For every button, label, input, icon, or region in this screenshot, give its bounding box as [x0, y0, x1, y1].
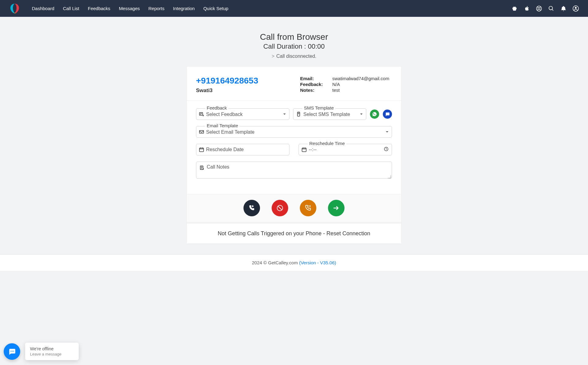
form-row-1: Feedback Select Feedback SMS Template Se…	[196, 108, 392, 120]
whatsapp-button[interactable]	[370, 110, 379, 119]
email-template-label: Email Template	[205, 123, 239, 128]
call-notes-field	[196, 162, 392, 179]
form-row-4	[196, 162, 392, 179]
search-icon[interactable]	[548, 6, 554, 12]
apple-icon[interactable]	[524, 6, 530, 12]
logo	[9, 3, 20, 14]
bell-icon[interactable]	[560, 6, 567, 12]
android-icon[interactable]	[511, 6, 518, 12]
nav-quick-setup[interactable]: Quick Setup	[203, 6, 228, 11]
user-icon[interactable]	[573, 6, 579, 12]
info-email-value: swatimalwad74@gmail.com	[332, 76, 389, 81]
footer-version[interactable]: (Version - V35.06)	[299, 260, 336, 265]
reschedule-date-input[interactable]	[206, 144, 289, 155]
page-status-text: Call disconnected.	[276, 54, 316, 59]
info-notes-value: test	[332, 88, 340, 93]
nav-dashboard[interactable]: Dashboard	[32, 6, 54, 11]
info-feedback-label: Feedback:	[300, 82, 332, 87]
nav-right	[511, 6, 579, 12]
info-notes-label: Notes:	[300, 88, 332, 93]
svg-rect-4	[199, 113, 203, 115]
form-row-2: Email Template Select Email Template	[196, 126, 392, 138]
dnd-button[interactable]	[272, 200, 288, 216]
nav-call-list[interactable]: Call List	[63, 6, 79, 11]
svg-rect-6	[199, 131, 204, 133]
info-feedback: Feedback: N/A	[300, 82, 392, 87]
notes-icon	[199, 165, 205, 171]
feedback-icon	[199, 111, 204, 117]
hold-button[interactable]	[300, 200, 316, 216]
reschedule-time-field: Reschedule Time	[299, 144, 392, 155]
nav-left: Dashboard Call List Feedbacks Messages R…	[9, 3, 228, 14]
card-header: +919164928653 Swati3 Email: swatimalwad7…	[187, 67, 401, 101]
call-card: +919164928653 Swati3 Email: swatimalwad7…	[187, 67, 401, 244]
contact-phone[interactable]: +919164928653	[196, 76, 300, 86]
svg-point-1	[538, 7, 540, 9]
page-status: >Call disconnected.	[0, 54, 588, 59]
next-button[interactable]	[328, 200, 345, 216]
reset-bar[interactable]: Not Getting Calls Triggered on your Phon…	[187, 222, 401, 244]
form-row-3: Reschedule Time	[196, 144, 392, 155]
feedback-field: Feedback Select Feedback	[196, 108, 289, 120]
page-subtitle: Call Duration : 00:00	[0, 43, 588, 50]
nav-integration[interactable]: Integration	[173, 6, 195, 11]
resize-handle-icon[interactable]	[387, 174, 391, 178]
page-title: Call from Browser	[0, 32, 588, 42]
call-notes-input[interactable]	[207, 164, 389, 176]
nav-reports[interactable]: Reports	[149, 6, 165, 11]
email-template-field: Email Template Select Email Template	[196, 126, 392, 138]
info-feedback-value: N/A	[332, 82, 340, 87]
info-notes: Notes: test	[300, 88, 392, 93]
calendar-icon	[301, 147, 307, 152]
email-icon	[199, 129, 204, 135]
nav-feedbacks[interactable]: Feedbacks	[88, 6, 110, 11]
sms-label: SMS Template	[302, 105, 335, 110]
svg-rect-8	[302, 148, 306, 152]
svg-point-3	[575, 7, 577, 9]
redial-button[interactable]	[243, 200, 260, 216]
footer: 2024 © GetCalley.com (Version - V35.06)	[0, 254, 588, 271]
reschedule-date-field	[196, 144, 289, 155]
sms-field: SMS Template Select SMS Template	[293, 108, 366, 120]
svg-rect-7	[199, 148, 204, 152]
card-body: Feedback Select Feedback SMS Template Se…	[187, 101, 401, 194]
nav-messages[interactable]: Messages	[119, 6, 140, 11]
sms-icon	[296, 111, 301, 117]
card-header-left: +919164928653 Swati3	[196, 76, 300, 94]
page-header: Call from Browser Call Duration : 00:00 …	[0, 32, 588, 59]
card-header-right: Email: swatimalwad74@gmail.com Feedback:…	[300, 76, 392, 94]
info-email: Email: swatimalwad74@gmail.com	[300, 76, 392, 81]
navbar: Dashboard Call List Feedbacks Messages R…	[0, 0, 588, 17]
info-email-label: Email:	[300, 76, 332, 81]
reschedule-time-label: Reschedule Time	[308, 141, 346, 146]
footer-copyright: 2024 © GetCalley.com	[252, 260, 299, 265]
feedback-label: Feedback	[205, 105, 228, 110]
reschedule-date-wrap[interactable]	[196, 144, 289, 155]
call-notes-wrap[interactable]	[196, 162, 392, 179]
message-button[interactable]	[383, 110, 392, 119]
help-icon[interactable]	[536, 6, 542, 12]
contact-name: Swati3	[196, 88, 300, 94]
action-bar	[187, 194, 401, 222]
calendar-icon	[199, 147, 204, 152]
